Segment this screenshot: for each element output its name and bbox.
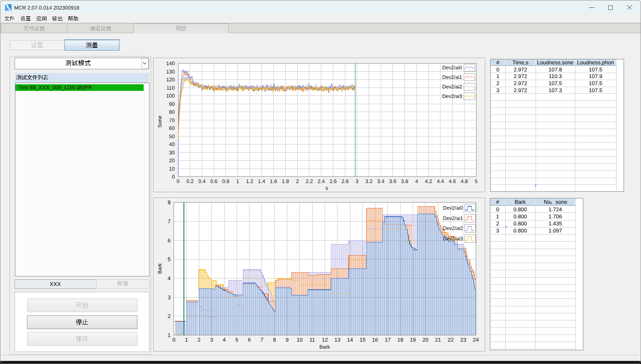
svg-text:0: 0 bbox=[172, 174, 175, 180]
svg-text:100: 100 bbox=[166, 93, 175, 99]
svg-text:Ns: Ns bbox=[544, 199, 550, 205]
svg-text:16: 16 bbox=[372, 337, 378, 343]
svg-text:3: 3 bbox=[496, 87, 499, 93]
svg-text:2.2: 2.2 bbox=[306, 178, 313, 184]
svg-text:Dev2/ai2: Dev2/ai2 bbox=[443, 225, 463, 231]
svg-text:5: 5 bbox=[168, 256, 171, 262]
svg-text:1: 1 bbox=[236, 178, 239, 184]
svg-text:20: 20 bbox=[423, 337, 428, 343]
svg-text:0.4: 0.4 bbox=[198, 178, 206, 184]
svg-text:2: 2 bbox=[168, 313, 171, 319]
svg-text:90: 90 bbox=[169, 101, 175, 107]
svg-text:0.6: 0.6 bbox=[210, 178, 217, 184]
svg-text:70: 70 bbox=[169, 117, 175, 123]
svg-text:23: 23 bbox=[460, 337, 466, 343]
svg-text:2: 2 bbox=[496, 220, 499, 227]
svg-text:2.8: 2.8 bbox=[341, 178, 348, 184]
svg-text:Dev2/ai3: Dev2/ai3 bbox=[442, 93, 462, 99]
svg-text:1: 1 bbox=[185, 337, 188, 343]
svg-text:3.6: 3.6 bbox=[389, 178, 396, 184]
svg-text:1: 1 bbox=[496, 73, 499, 79]
svg-text:XXX: XXX bbox=[49, 281, 61, 287]
svg-text:6: 6 bbox=[168, 237, 171, 244]
svg-text:30: 30 bbox=[169, 150, 175, 156]
svg-text:4: 4 bbox=[168, 275, 171, 281]
svg-text:10: 10 bbox=[297, 337, 303, 343]
svg-text:107.5: 107.5 bbox=[589, 66, 602, 73]
svg-text:Dev2/ai1: Dev2/ai1 bbox=[442, 74, 462, 80]
svg-text:1: 1 bbox=[496, 213, 499, 220]
svg-text:8: 8 bbox=[168, 199, 171, 205]
svg-text:Bark: Bark bbox=[515, 199, 526, 205]
svg-text:Loudness,sone: Loudness,sone bbox=[537, 59, 573, 66]
svg-text:3: 3 bbox=[210, 337, 213, 343]
svg-text:20: 20 bbox=[169, 158, 175, 164]
svg-text:Dev2/ai0: Dev2/ai0 bbox=[443, 205, 463, 211]
svg-text:19: 19 bbox=[410, 337, 416, 343]
svg-text:0.800: 0.800 bbox=[514, 227, 527, 234]
svg-text:Dev2/ai0: Dev2/ai0 bbox=[442, 65, 462, 71]
svg-text:0: 0 bbox=[496, 206, 499, 213]
svg-text:120: 120 bbox=[166, 77, 175, 83]
svg-text:4: 4 bbox=[223, 337, 225, 343]
svg-text:3.2: 3.2 bbox=[365, 178, 372, 184]
svg-text:0.800: 0.800 bbox=[514, 206, 527, 213]
svg-text:Dev2/ai2: Dev2/ai2 bbox=[442, 84, 462, 90]
svg-text:140: 140 bbox=[166, 61, 175, 66]
svg-text:1.2: 1.2 bbox=[246, 178, 253, 184]
svg-text:Test 88_XXX_009_LDN: Test 88_XXX_009_LDN bbox=[18, 84, 75, 90]
svg-text:Loudness,phon: Loudness,phon bbox=[577, 59, 614, 66]
svg-text:24: 24 bbox=[473, 337, 479, 343]
svg-text:0: 0 bbox=[172, 337, 175, 343]
svg-text:1: 1 bbox=[168, 332, 171, 338]
svg-text:3: 3 bbox=[355, 178, 358, 184]
svg-text:7: 7 bbox=[260, 337, 263, 343]
svg-text:4: 4 bbox=[415, 178, 418, 184]
svg-text:1.435: 1.435 bbox=[548, 220, 562, 227]
svg-text:130: 130 bbox=[166, 69, 175, 75]
svg-text:15: 15 bbox=[360, 337, 365, 343]
svg-text:107.3: 107.3 bbox=[548, 87, 562, 93]
svg-text:13: 13 bbox=[334, 337, 340, 343]
svg-text:2: 2 bbox=[296, 178, 299, 184]
svg-text:#: # bbox=[496, 59, 499, 66]
svg-text:1.8: 1.8 bbox=[282, 178, 289, 184]
svg-text:0.2: 0.2 bbox=[186, 178, 193, 184]
svg-text:sone: sone bbox=[555, 199, 567, 205]
svg-text:40: 40 bbox=[169, 142, 175, 147]
svg-text:17: 17 bbox=[385, 337, 391, 343]
svg-text:Time,s: Time,s bbox=[512, 59, 528, 66]
svg-text:21: 21 bbox=[435, 337, 441, 343]
svg-text:3.4: 3.4 bbox=[377, 178, 384, 184]
svg-text:107.9: 107.9 bbox=[589, 73, 602, 79]
svg-text:2.972: 2.972 bbox=[514, 87, 527, 93]
svg-text:2.4: 2.4 bbox=[318, 178, 325, 184]
svg-text:2.972: 2.972 bbox=[514, 66, 527, 73]
svg-text:2: 2 bbox=[198, 337, 201, 343]
svg-text:2: 2 bbox=[496, 80, 499, 86]
svg-text:6: 6 bbox=[248, 337, 251, 343]
svg-text:14: 14 bbox=[347, 337, 353, 343]
svg-text:4.8: 4.8 bbox=[461, 178, 468, 184]
svg-text:MCR 2.07.0.014 202300918: MCR 2.07.0.014 202300918 bbox=[14, 5, 79, 11]
svg-text:1.097: 1.097 bbox=[548, 227, 562, 234]
svg-text:3.8: 3.8 bbox=[401, 178, 408, 184]
svg-text:10: 10 bbox=[169, 166, 175, 172]
svg-text:1.706: 1.706 bbox=[548, 213, 562, 220]
svg-text:110.3: 110.3 bbox=[549, 73, 562, 79]
svg-text:11: 11 bbox=[309, 337, 315, 343]
svg-text:Sone: Sone bbox=[157, 115, 163, 127]
svg-text:107.5: 107.5 bbox=[589, 80, 602, 86]
svg-text:5: 5 bbox=[475, 178, 478, 184]
svg-text:0: 0 bbox=[496, 66, 499, 73]
svg-text:9: 9 bbox=[286, 337, 289, 343]
svg-text:4.2: 4.2 bbox=[425, 178, 432, 184]
svg-text:0: 0 bbox=[177, 178, 180, 184]
svg-text:1.724: 1.724 bbox=[548, 206, 562, 213]
svg-text:0.800: 0.800 bbox=[514, 213, 527, 220]
svg-text:0.800: 0.800 bbox=[514, 220, 527, 227]
svg-text:8: 8 bbox=[273, 337, 276, 343]
svg-text:80: 80 bbox=[169, 109, 175, 115]
svg-text:2.6: 2.6 bbox=[330, 178, 337, 184]
svg-text:1.6: 1.6 bbox=[270, 178, 277, 184]
